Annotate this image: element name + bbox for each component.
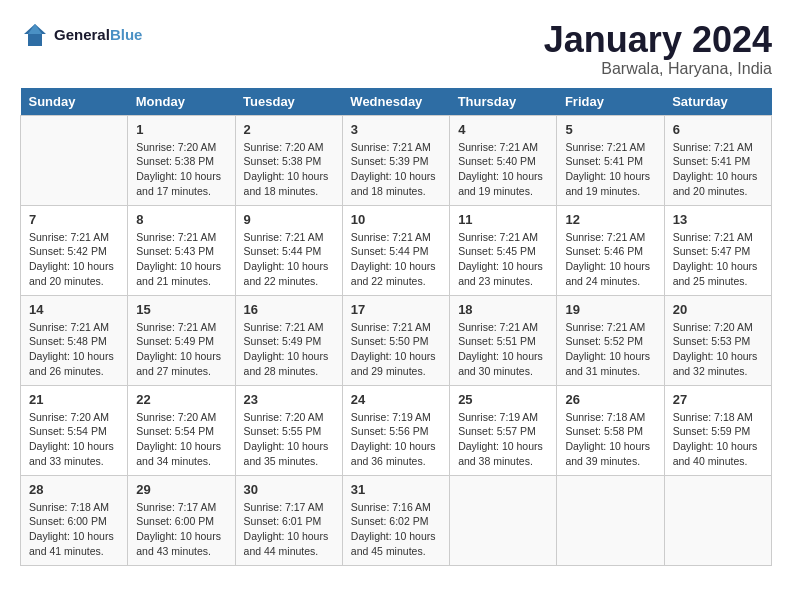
cell-content: Sunrise: 7:21 AMSunset: 5:51 PMDaylight:…	[458, 320, 548, 379]
calendar-body: 1Sunrise: 7:20 AMSunset: 5:38 PMDaylight…	[21, 115, 772, 565]
calendar-cell: 30Sunrise: 7:17 AMSunset: 6:01 PMDayligh…	[235, 475, 342, 565]
day-number: 12	[565, 212, 655, 227]
calendar-cell: 2Sunrise: 7:20 AMSunset: 5:38 PMDaylight…	[235, 115, 342, 205]
calendar-cell: 28Sunrise: 7:18 AMSunset: 6:00 PMDayligh…	[21, 475, 128, 565]
weekday-header-thursday: Thursday	[450, 88, 557, 116]
calendar-cell: 16Sunrise: 7:21 AMSunset: 5:49 PMDayligh…	[235, 295, 342, 385]
calendar-table: SundayMondayTuesdayWednesdayThursdayFrid…	[20, 88, 772, 566]
day-number: 19	[565, 302, 655, 317]
cell-content: Sunrise: 7:20 AMSunset: 5:38 PMDaylight:…	[136, 140, 226, 199]
cell-content: Sunrise: 7:21 AMSunset: 5:46 PMDaylight:…	[565, 230, 655, 289]
calendar-cell: 29Sunrise: 7:17 AMSunset: 6:00 PMDayligh…	[128, 475, 235, 565]
day-number: 4	[458, 122, 548, 137]
day-number: 14	[29, 302, 119, 317]
cell-content: Sunrise: 7:21 AMSunset: 5:44 PMDaylight:…	[244, 230, 334, 289]
calendar-cell	[450, 475, 557, 565]
day-number: 9	[244, 212, 334, 227]
calendar-cell: 18Sunrise: 7:21 AMSunset: 5:51 PMDayligh…	[450, 295, 557, 385]
cell-content: Sunrise: 7:21 AMSunset: 5:48 PMDaylight:…	[29, 320, 119, 379]
calendar-cell: 24Sunrise: 7:19 AMSunset: 5:56 PMDayligh…	[342, 385, 449, 475]
calendar-week-3: 14Sunrise: 7:21 AMSunset: 5:48 PMDayligh…	[21, 295, 772, 385]
day-number: 20	[673, 302, 763, 317]
day-number: 23	[244, 392, 334, 407]
day-number: 17	[351, 302, 441, 317]
day-number: 29	[136, 482, 226, 497]
calendar-cell: 12Sunrise: 7:21 AMSunset: 5:46 PMDayligh…	[557, 205, 664, 295]
weekday-header-saturday: Saturday	[664, 88, 771, 116]
day-number: 15	[136, 302, 226, 317]
cell-content: Sunrise: 7:20 AMSunset: 5:55 PMDaylight:…	[244, 410, 334, 469]
calendar-cell: 25Sunrise: 7:19 AMSunset: 5:57 PMDayligh…	[450, 385, 557, 475]
calendar-week-4: 21Sunrise: 7:20 AMSunset: 5:54 PMDayligh…	[21, 385, 772, 475]
calendar-cell: 10Sunrise: 7:21 AMSunset: 5:44 PMDayligh…	[342, 205, 449, 295]
calendar-cell: 20Sunrise: 7:20 AMSunset: 5:53 PMDayligh…	[664, 295, 771, 385]
calendar-cell: 7Sunrise: 7:21 AMSunset: 5:42 PMDaylight…	[21, 205, 128, 295]
day-number: 28	[29, 482, 119, 497]
logo-text-general: General	[54, 26, 110, 43]
day-number: 24	[351, 392, 441, 407]
calendar-header: SundayMondayTuesdayWednesdayThursdayFrid…	[21, 88, 772, 116]
title-block: January 2024 Barwala, Haryana, India	[544, 20, 772, 78]
day-number: 25	[458, 392, 548, 407]
cell-content: Sunrise: 7:21 AMSunset: 5:40 PMDaylight:…	[458, 140, 548, 199]
day-number: 16	[244, 302, 334, 317]
logo: GeneralBlue	[20, 20, 142, 50]
cell-content: Sunrise: 7:21 AMSunset: 5:43 PMDaylight:…	[136, 230, 226, 289]
calendar-cell: 17Sunrise: 7:21 AMSunset: 5:50 PMDayligh…	[342, 295, 449, 385]
location: Barwala, Haryana, India	[544, 60, 772, 78]
day-number: 21	[29, 392, 119, 407]
day-number: 13	[673, 212, 763, 227]
cell-content: Sunrise: 7:21 AMSunset: 5:50 PMDaylight:…	[351, 320, 441, 379]
cell-content: Sunrise: 7:21 AMSunset: 5:41 PMDaylight:…	[565, 140, 655, 199]
cell-content: Sunrise: 7:18 AMSunset: 5:58 PMDaylight:…	[565, 410, 655, 469]
day-number: 3	[351, 122, 441, 137]
day-number: 10	[351, 212, 441, 227]
calendar-cell: 13Sunrise: 7:21 AMSunset: 5:47 PMDayligh…	[664, 205, 771, 295]
day-number: 22	[136, 392, 226, 407]
calendar-cell: 21Sunrise: 7:20 AMSunset: 5:54 PMDayligh…	[21, 385, 128, 475]
calendar-cell: 22Sunrise: 7:20 AMSunset: 5:54 PMDayligh…	[128, 385, 235, 475]
calendar-cell: 31Sunrise: 7:16 AMSunset: 6:02 PMDayligh…	[342, 475, 449, 565]
day-number: 8	[136, 212, 226, 227]
weekday-header-monday: Monday	[128, 88, 235, 116]
cell-content: Sunrise: 7:19 AMSunset: 5:56 PMDaylight:…	[351, 410, 441, 469]
calendar-cell: 23Sunrise: 7:20 AMSunset: 5:55 PMDayligh…	[235, 385, 342, 475]
cell-content: Sunrise: 7:21 AMSunset: 5:49 PMDaylight:…	[244, 320, 334, 379]
calendar-week-2: 7Sunrise: 7:21 AMSunset: 5:42 PMDaylight…	[21, 205, 772, 295]
cell-content: Sunrise: 7:21 AMSunset: 5:45 PMDaylight:…	[458, 230, 548, 289]
day-number: 5	[565, 122, 655, 137]
day-number: 18	[458, 302, 548, 317]
cell-content: Sunrise: 7:17 AMSunset: 6:00 PMDaylight:…	[136, 500, 226, 559]
day-number: 2	[244, 122, 334, 137]
cell-content: Sunrise: 7:20 AMSunset: 5:38 PMDaylight:…	[244, 140, 334, 199]
day-number: 27	[673, 392, 763, 407]
cell-content: Sunrise: 7:21 AMSunset: 5:52 PMDaylight:…	[565, 320, 655, 379]
calendar-cell	[557, 475, 664, 565]
calendar-cell: 11Sunrise: 7:21 AMSunset: 5:45 PMDayligh…	[450, 205, 557, 295]
cell-content: Sunrise: 7:21 AMSunset: 5:44 PMDaylight:…	[351, 230, 441, 289]
cell-content: Sunrise: 7:18 AMSunset: 5:59 PMDaylight:…	[673, 410, 763, 469]
calendar-cell: 26Sunrise: 7:18 AMSunset: 5:58 PMDayligh…	[557, 385, 664, 475]
weekday-header-friday: Friday	[557, 88, 664, 116]
day-number: 30	[244, 482, 334, 497]
calendar-cell: 6Sunrise: 7:21 AMSunset: 5:41 PMDaylight…	[664, 115, 771, 205]
calendar-cell: 8Sunrise: 7:21 AMSunset: 5:43 PMDaylight…	[128, 205, 235, 295]
month-title: January 2024	[544, 20, 772, 60]
cell-content: Sunrise: 7:21 AMSunset: 5:39 PMDaylight:…	[351, 140, 441, 199]
day-number: 31	[351, 482, 441, 497]
calendar-cell: 3Sunrise: 7:21 AMSunset: 5:39 PMDaylight…	[342, 115, 449, 205]
weekday-header-tuesday: Tuesday	[235, 88, 342, 116]
calendar-cell: 9Sunrise: 7:21 AMSunset: 5:44 PMDaylight…	[235, 205, 342, 295]
calendar-cell: 4Sunrise: 7:21 AMSunset: 5:40 PMDaylight…	[450, 115, 557, 205]
day-number: 7	[29, 212, 119, 227]
cell-content: Sunrise: 7:19 AMSunset: 5:57 PMDaylight:…	[458, 410, 548, 469]
calendar-cell	[664, 475, 771, 565]
day-number: 1	[136, 122, 226, 137]
cell-content: Sunrise: 7:18 AMSunset: 6:00 PMDaylight:…	[29, 500, 119, 559]
cell-content: Sunrise: 7:16 AMSunset: 6:02 PMDaylight:…	[351, 500, 441, 559]
cell-content: Sunrise: 7:20 AMSunset: 5:53 PMDaylight:…	[673, 320, 763, 379]
cell-content: Sunrise: 7:21 AMSunset: 5:42 PMDaylight:…	[29, 230, 119, 289]
calendar-cell: 1Sunrise: 7:20 AMSunset: 5:38 PMDaylight…	[128, 115, 235, 205]
calendar-week-1: 1Sunrise: 7:20 AMSunset: 5:38 PMDaylight…	[21, 115, 772, 205]
logo-text-blue: Blue	[110, 26, 143, 43]
